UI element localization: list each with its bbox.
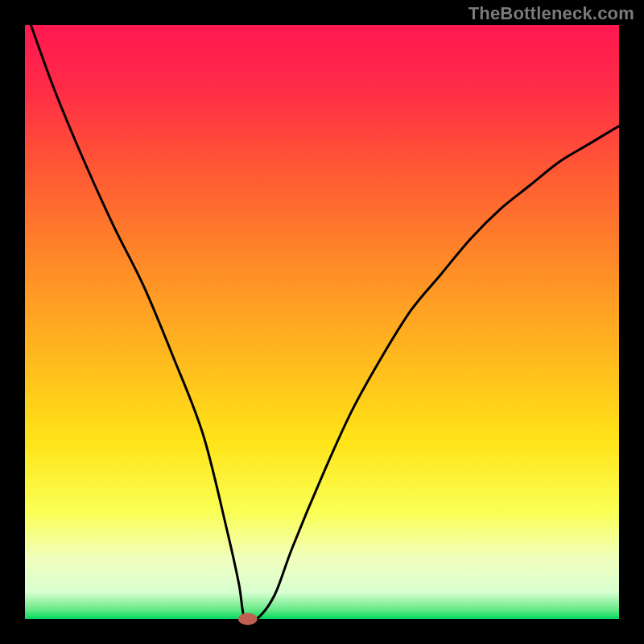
optimal-point-marker <box>238 613 258 625</box>
plot-background <box>25 25 619 619</box>
bottleneck-chart <box>0 0 644 644</box>
watermark-text: TheBottleneck.com <box>469 3 634 24</box>
chart-frame: TheBottleneck.com <box>0 0 644 644</box>
